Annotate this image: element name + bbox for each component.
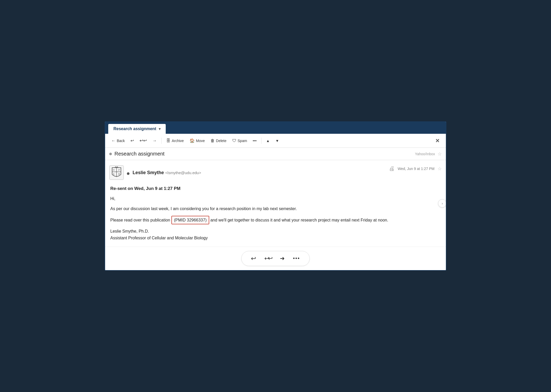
email-content: Re-sent on Wed, Jun 9 at 1:27 PM Hi, As … — [109, 185, 442, 241]
avatar: H P S R — [109, 165, 124, 180]
archive-label: Archive — [172, 139, 184, 143]
email-body-paragraph2: Please read over this publication (PMID … — [110, 216, 441, 225]
bottom-reply-icon: ↩ — [251, 255, 256, 262]
svg-text:R: R — [118, 173, 120, 175]
email-body-paragraph1: As per our discussion last week, I am co… — [110, 205, 441, 212]
email-window: Research assignment ▾ ← Back ↩ ↩↩ → 🗄 Ar… — [105, 121, 446, 270]
separator-2 — [261, 138, 262, 144]
reply-icon: ↩ — [130, 138, 134, 143]
email-header: H P S R Leslie Smythe <lsmythe@udu.edu> — [109, 165, 442, 180]
move-down-button[interactable]: ▼ — [273, 137, 281, 144]
body-before-pmid: Please read over this publication — [110, 218, 170, 222]
more-options-button[interactable]: ••• — [251, 137, 259, 144]
forward-icon: → — [153, 138, 157, 143]
sender-name: Leslie Smythe <lsmythe@udu.edu> — [133, 170, 201, 175]
print-icon[interactable]: 🖨 — [389, 165, 395, 172]
more-icon: ••• — [253, 139, 257, 143]
reply-button[interactable]: ↩ — [128, 137, 136, 145]
pmid-reference[interactable]: (PMID 32966337) — [171, 216, 209, 225]
email-date: Wed, Jun 9 at 1:27 PM — [398, 167, 434, 171]
sender-status-dot — [127, 172, 129, 175]
svg-text:S: S — [113, 173, 114, 175]
signature-line2: Assistant Professor of Cellular and Mole… — [110, 235, 441, 241]
sender-email: <lsmythe@udu.edu> — [165, 171, 201, 175]
bottom-bar: ↩ ↩↩ ➜ ••• — [105, 247, 446, 270]
bottom-forward-button[interactable]: ➜ — [278, 254, 287, 263]
tab-title: Research assignment — [113, 127, 156, 131]
svg-text:H: H — [113, 169, 115, 171]
reply-all-icon: ↩↩ — [140, 138, 147, 143]
back-label: Back — [117, 139, 125, 143]
star-icon[interactable]: ☆ — [438, 151, 442, 157]
svg-text:P: P — [118, 169, 120, 171]
bottom-more-icon: ••• — [293, 255, 300, 261]
email-subject: Research assignment — [114, 151, 164, 157]
email-greeting: Hi, — [110, 195, 441, 202]
bottom-more-button[interactable]: ••• — [291, 254, 302, 262]
archive-icon: 🗄 — [166, 138, 170, 143]
separator-1 — [161, 138, 162, 144]
title-tab[interactable]: Research assignment ▾ — [108, 124, 166, 134]
delete-button[interactable]: 🗑 Delete — [208, 137, 228, 145]
email-star-icon[interactable]: ☆ — [438, 166, 442, 172]
subject-left: Research assignment — [109, 151, 164, 157]
title-bar: Research assignment ▾ — [105, 122, 446, 134]
move-icon: 🏠 — [190, 138, 195, 143]
forward-button[interactable]: → — [150, 137, 159, 145]
archive-button[interactable]: 🗄 Archive — [164, 137, 186, 145]
delete-icon: 🗑 — [211, 138, 215, 143]
delete-label: Delete — [216, 139, 226, 143]
bottom-reply-button[interactable]: ↩ — [249, 254, 258, 263]
folder-path: Yahoo/Inbox — [415, 152, 435, 156]
email-meta-right: 🖨 Wed, Jun 9 at 1:27 PM ☆ — [389, 165, 442, 172]
sender-info: H P S R Leslie Smythe <lsmythe@udu.edu> — [109, 165, 201, 180]
sender-name-block: Leslie Smythe <lsmythe@udu.edu> — [133, 170, 201, 175]
toolbar: ← Back ↩ ↩↩ → 🗄 Archive 🏠 Move 🗑 Delete … — [105, 134, 446, 148]
down-arrow-icon: ▼ — [276, 139, 279, 143]
spam-label: Spam — [238, 139, 247, 143]
bottom-actions: ↩ ↩↩ ➜ ••• — [241, 251, 309, 266]
close-button[interactable]: ✕ — [433, 137, 442, 145]
move-label: Move — [196, 139, 205, 143]
bottom-reply-all-button[interactable]: ↩↩ — [262, 254, 274, 263]
crest-icon: H P S R — [110, 166, 124, 180]
move-up-button[interactable]: ▲ — [264, 137, 272, 144]
bottom-reply-all-icon: ↩↩ — [264, 255, 272, 262]
close-icon: ✕ — [435, 138, 440, 144]
signature-line1: Leslie Smythe, Ph.D. — [110, 228, 441, 235]
resent-header: Re-sent on Wed, Jun 9 at 1:27 PM — [110, 185, 441, 192]
chevron-down-icon[interactable]: ▾ — [159, 127, 161, 131]
unread-dot — [109, 153, 112, 155]
spam-button[interactable]: 🛡 Spam — [230, 137, 249, 145]
subject-bar: Research assignment Yahoo/Inbox ☆ — [105, 148, 446, 160]
spam-icon: 🛡 — [232, 138, 236, 143]
back-button[interactable]: ← Back — [109, 137, 127, 145]
scroll-right-arrow[interactable]: › — [438, 199, 446, 208]
move-button[interactable]: 🏠 Move — [187, 137, 207, 145]
up-arrow-icon: ▲ — [266, 139, 270, 143]
email-body: H P S R Leslie Smythe <lsmythe@udu.edu> — [105, 160, 446, 246]
bottom-forward-icon: ➜ — [280, 255, 285, 262]
reply-all-button[interactable]: ↩↩ — [137, 136, 149, 145]
body-after-pmid: and we'll get together to discuss it and… — [210, 218, 388, 222]
subject-right: Yahoo/Inbox ☆ — [415, 151, 442, 157]
email-signature: Leslie Smythe, Ph.D. Assistant Professor… — [110, 228, 441, 241]
back-arrow-icon: ← — [111, 138, 115, 143]
